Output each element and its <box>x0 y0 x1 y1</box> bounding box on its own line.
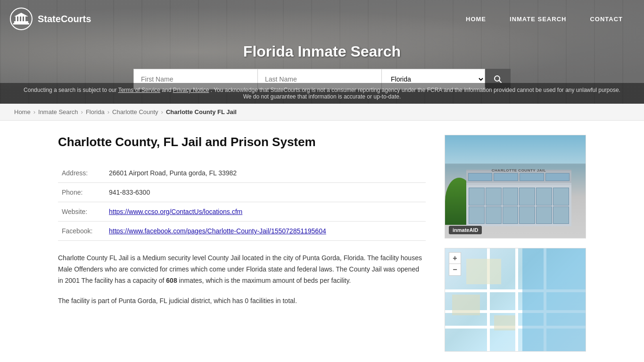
disclaimer-and: and <box>162 87 173 93</box>
page-title: Florida Inmate Search <box>243 43 401 60</box>
inmate-aid-badge: inmateAID <box>449 226 482 234</box>
phone-value: 941-833-6300 <box>105 183 426 202</box>
facility-image: CHARLOTTE COUNTY JAIL inmateAID <box>445 135 586 239</box>
facebook-label: Facebook: <box>58 222 105 241</box>
facebook-value: https://www.facebook.com/pages/Charlotte… <box>105 222 426 241</box>
privacy-link[interactable]: Privacy Notice <box>173 87 209 93</box>
logo-text: StateCourts <box>38 14 91 25</box>
facility-image-inner: CHARLOTTE COUNTY JAIL inmateAID <box>445 135 586 238</box>
website-row: Website: https://www.ccso.org/ContactUs/… <box>58 202 426 222</box>
map-inner: + − <box>445 248 586 351</box>
nav-home[interactable]: HOME <box>454 0 498 38</box>
website-value: https://www.ccso.org/ContactUs/locations… <box>105 202 426 222</box>
breadcrumb-inmate-search[interactable]: Inmate Search <box>38 108 78 115</box>
phone-row: Phone: 941-833-6300 <box>58 183 426 202</box>
address-value: 26601 Airport Road, Punta gorda, FL 3398… <box>105 164 426 183</box>
disclaimer-text-after: . You acknowledge that StateCourts.org i… <box>211 87 620 100</box>
map-road-v1 <box>515 248 518 351</box>
svg-rect-2 <box>13 23 29 25</box>
map-zoom-in-button[interactable]: + <box>449 253 461 264</box>
building-body <box>466 170 572 226</box>
logo-icon <box>9 7 33 31</box>
sky-area <box>445 135 586 164</box>
breadcrumb-sep-2: › <box>81 108 83 115</box>
disclaimer-text-before: Conducting a search is subject to our <box>24 87 118 93</box>
terms-link[interactable]: Terms of Service <box>118 87 160 93</box>
address-row: Address: 26601 Airport Road, Punta gorda… <box>58 164 426 183</box>
facility-heading: Charlotte County, FL Jail and Prison Sys… <box>58 135 426 149</box>
facility-description-2: The facility is part of Punta Gorda, FL … <box>58 296 426 307</box>
building-sign: CHARLOTTE COUNTY JAIL <box>487 168 550 173</box>
map-container[interactable]: + − <box>445 248 586 352</box>
svg-line-9 <box>499 81 502 83</box>
svg-rect-3 <box>16 16 17 21</box>
breadcrumb-home[interactable]: Home <box>14 108 31 115</box>
map-zoom-controls: + − <box>449 252 461 276</box>
svg-rect-4 <box>18 16 20 21</box>
facebook-row: Facebook: https://www.facebook.com/pages… <box>58 222 426 241</box>
content-left: Charlotte County, FL Jail and Prison Sys… <box>58 135 426 352</box>
breadcrumb-florida[interactable]: Florida <box>86 108 105 115</box>
map-zoom-out-button[interactable]: − <box>449 264 461 275</box>
facility-description-1: Charlotte County FL Jail is a Medium sec… <box>58 253 426 286</box>
svg-rect-5 <box>21 16 23 21</box>
capacity-value: 608 <box>166 277 177 284</box>
svg-rect-1 <box>14 21 28 23</box>
map-block-1 <box>466 259 502 285</box>
breadcrumb: Home › Inmate Search › Florida › Charlot… <box>0 104 644 121</box>
site-header: StateCourts HOME INMATE SEARCH CONTACT F… <box>0 0 644 104</box>
content-right: CHARLOTTE COUNTY JAIL inmateAID <box>445 135 586 352</box>
navigation: StateCourts HOME INMATE SEARCH CONTACT <box>0 0 644 38</box>
breadcrumb-sep-1: › <box>33 108 35 115</box>
building-windows-grid <box>466 185 572 226</box>
breadcrumb-current: Charlotte County FL Jail <box>166 108 237 115</box>
website-label: Website: <box>58 202 105 222</box>
breadcrumb-sep-4: › <box>161 108 163 115</box>
nav-links: HOME INMATE SEARCH CONTACT <box>454 0 635 38</box>
address-label: Address: <box>58 164 105 183</box>
logo[interactable]: StateCourts <box>9 7 91 31</box>
svg-marker-7 <box>14 13 28 16</box>
facility-info-table: Address: 26601 Airport Road, Punta gorda… <box>58 164 426 241</box>
building-windows-top <box>466 171 572 183</box>
nav-inmate-search[interactable]: INMATE SEARCH <box>498 0 578 38</box>
disclaimer: Conducting a search is subject to our Te… <box>0 83 644 104</box>
nav-contact[interactable]: CONTACT <box>578 0 635 38</box>
map-water <box>522 248 586 351</box>
breadcrumb-sep-3: › <box>107 108 109 115</box>
map-block-2 <box>452 295 480 315</box>
search-icon <box>494 75 502 83</box>
website-link[interactable]: https://www.ccso.org/ContactUs/locations… <box>109 208 242 215</box>
facebook-link[interactable]: https://www.facebook.com/pages/Charlotte… <box>109 227 326 235</box>
description-text-1b: inmates, which is the maximum amount of … <box>177 277 351 284</box>
main-content: Charlotte County, FL Jail and Prison Sys… <box>39 121 605 362</box>
map-block-3 <box>494 315 515 331</box>
svg-rect-6 <box>24 16 25 21</box>
breadcrumb-charlotte-county[interactable]: Charlotte County <box>112 108 158 115</box>
phone-label: Phone: <box>58 183 105 202</box>
